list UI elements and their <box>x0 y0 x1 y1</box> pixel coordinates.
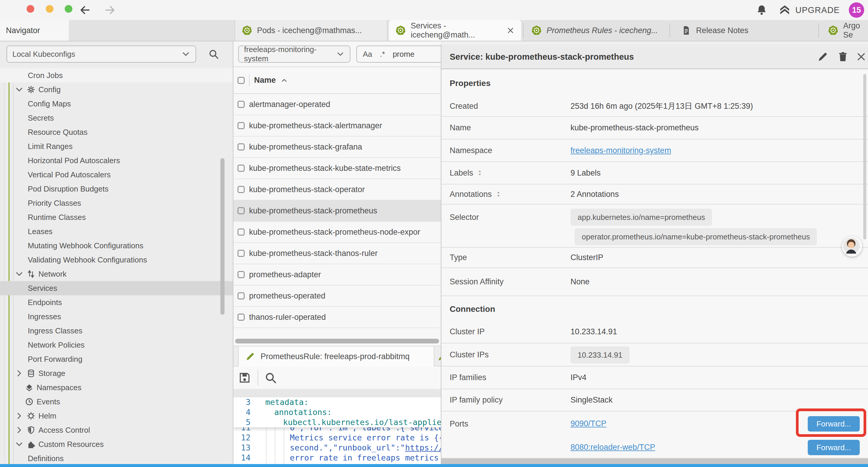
sidebar-item-namespaces[interactable]: Namespaces <box>0 380 233 395</box>
sidebar-search-icon[interactable] <box>208 49 219 60</box>
name-column-header[interactable]: Name <box>254 76 276 85</box>
yaml-editor[interactable]: 11 0","for":"1m","labels":{"service":" 1… <box>234 397 441 467</box>
table-row[interactable]: kube-prometheus-stack-prometheus-node-ex… <box>234 222 441 243</box>
edit-pencil-icon[interactable] <box>817 51 829 62</box>
table-row[interactable]: thanos-ruler-operated <box>234 307 441 328</box>
sidebar-item-validating-webhook-configurations[interactable]: Validating Webhook Configurations <box>0 253 233 267</box>
port-link-8080[interactable]: 8080:reloader-web/TCP <box>570 443 655 452</box>
row-checkbox[interactable] <box>238 229 245 236</box>
upgrade-button[interactable]: UPGRADE <box>795 5 840 15</box>
table-row[interactable]: kube-prometheus-stack-operator <box>234 179 441 200</box>
sidebar-item-pod-disruption-budgets[interactable]: Pod Disruption Budgets <box>0 182 233 196</box>
sidebar-group-network[interactable]: Network <box>0 267 233 281</box>
match-case-icon[interactable]: Aa <box>363 50 372 59</box>
horizontal-scrollbar[interactable] <box>235 339 439 344</box>
row-checkbox[interactable] <box>238 292 245 299</box>
sidebar-item-leases[interactable]: Leases <box>0 224 233 238</box>
tab-argo[interactable]: Argo Se <box>828 20 868 41</box>
row-checkbox[interactable] <box>238 143 245 150</box>
table-row[interactable]: prometheus-adapter <box>234 264 441 286</box>
sidebar-item-events[interactable]: Events <box>0 395 233 409</box>
row-checkbox[interactable] <box>238 271 245 278</box>
forward-port-button[interactable]: Forward... <box>808 440 860 455</box>
sidebar-item-secrets[interactable]: Secrets <box>0 111 233 125</box>
sidebar-item-config-maps[interactable]: Config Maps <box>0 97 233 111</box>
row-checkbox[interactable] <box>238 250 245 257</box>
row-checkbox[interactable] <box>238 122 245 129</box>
tab-prometheus-rules[interactable]: Prometheus Rules - icecheng... <box>531 20 658 41</box>
row-checkbox[interactable] <box>238 101 245 108</box>
notifications-bell-icon[interactable] <box>756 4 768 16</box>
sidebar-item-runtime-classes[interactable]: Runtime Classes <box>0 210 233 224</box>
chevron-right-icon[interactable] <box>15 411 24 420</box>
navigator-tab[interactable]: Navigator <box>0 20 69 41</box>
row-checkbox[interactable] <box>238 314 245 321</box>
kubeconfig-select[interactable]: Local Kubeconfigs <box>6 46 196 63</box>
forward-port-button[interactable]: Forward... <box>808 416 860 432</box>
panel-horizontal-scrollbar[interactable] <box>441 458 868 465</box>
chevron-right-icon[interactable] <box>15 369 24 378</box>
sidebar-item-services[interactable]: Services <box>0 281 233 295</box>
notification-badge[interactable]: 15 <box>849 2 864 18</box>
table-row[interactable]: kube-prometheus-stack-alertmanager <box>234 115 441 137</box>
sidebar-scrollbar[interactable] <box>220 158 224 315</box>
sidebar-item-ingresses[interactable]: Ingresses <box>0 310 233 324</box>
upgrade-icon[interactable] <box>779 4 790 16</box>
sidebar-group-custom-resources[interactable]: Custom Resources <box>0 437 233 451</box>
sidebar-item-cron-jobs[interactable]: Cron Jobs <box>0 68 233 83</box>
row-checkbox[interactable] <box>238 165 245 172</box>
sort-updown-icon[interactable] <box>495 191 502 198</box>
runbook-url-link[interactable]: https://net <box>405 443 441 452</box>
user-avatar[interactable] <box>842 236 862 257</box>
save-icon[interactable] <box>238 371 251 384</box>
selector-chip[interactable]: app.kubernetes.io/name=prometheus <box>570 209 712 226</box>
sidebar-item-endpoints[interactable]: Endpoints <box>0 295 233 310</box>
traffic-light-minimize[interactable] <box>46 5 54 13</box>
forward-arrow-icon[interactable] <box>104 4 116 16</box>
tab-release-notes[interactable]: Release Notes <box>681 20 748 41</box>
table-row[interactable]: prometheus-operated <box>234 286 441 307</box>
sidebar-item-port-forwarding[interactable]: Port Forwarding <box>0 352 233 366</box>
sidebar-group-helm[interactable]: Helm <box>0 409 233 423</box>
sidebar-item-definitions[interactable]: Definitions <box>0 451 233 466</box>
port-link-9090[interactable]: 9090/TCP <box>570 419 607 428</box>
select-all-checkbox[interactable] <box>238 77 245 84</box>
namespace-link[interactable]: freeleaps-monitoring-system <box>570 146 671 155</box>
chevron-down-icon[interactable] <box>15 440 24 449</box>
back-arrow-icon[interactable] <box>79 4 91 16</box>
editor-tab-prometheusrule[interactable]: PrometheusRule: freeleaps-prod-rabbitmq <box>238 346 434 367</box>
table-row[interactable]: kube-prometheus-stack-kube-state-metrics <box>234 158 441 179</box>
sidebar-item-network-policies[interactable]: Network Policies <box>0 338 233 352</box>
row-checkbox[interactable] <box>238 186 245 193</box>
delete-trash-icon[interactable] <box>837 51 848 62</box>
regex-icon[interactable]: .* <box>380 50 385 59</box>
selector-chip[interactable]: operator.prometheus.io/name=kube-prometh… <box>575 228 817 245</box>
chevron-down-icon[interactable] <box>15 269 24 279</box>
tab-pods[interactable]: Pods - icecheng@mathmas... <box>235 20 388 41</box>
sidebar-item-priority-classes[interactable]: Priority Classes <box>0 196 233 210</box>
sidebar-group-config[interactable]: Config <box>0 83 233 97</box>
sidebar-item-ingress-classes[interactable]: Ingress Classes <box>0 324 233 338</box>
sort-updown-icon[interactable] <box>476 169 483 176</box>
sort-ascending-icon[interactable] <box>280 77 288 84</box>
cluster-ip-chip[interactable]: 10.233.14.91 <box>570 346 629 363</box>
traffic-light-close[interactable] <box>27 5 34 13</box>
table-row-selected[interactable]: kube-prometheus-stack-prometheus <box>234 200 441 222</box>
sidebar-item-mutating-webhook-configurations[interactable]: Mutating Webhook Configurations <box>0 238 233 253</box>
close-tab-icon[interactable] <box>506 26 515 35</box>
table-row[interactable]: kube-prometheus-stack-grafana <box>234 137 441 158</box>
sidebar-group-storage[interactable]: Storage <box>0 366 233 380</box>
close-panel-icon[interactable] <box>856 51 867 62</box>
table-filter-input[interactable]: Aa .* prome <box>356 46 441 63</box>
sidebar-item-vertical-pod-autoscalers[interactable]: Vertical Pod Autoscalers <box>0 168 233 182</box>
chevron-right-icon[interactable] <box>15 426 24 435</box>
editor-search-icon[interactable] <box>264 371 277 384</box>
sidebar-group-access-control[interactable]: Access Control <box>0 423 233 437</box>
sidebar-item-resource-quotas[interactable]: Resource Quotas <box>0 125 233 139</box>
row-checkbox[interactable] <box>238 207 245 214</box>
chevron-down-icon[interactable] <box>15 85 24 94</box>
traffic-light-zoom[interactable] <box>65 5 72 13</box>
sidebar-item-horizontal-pod-autoscalers[interactable]: Horizontal Pod Autoscalers <box>0 153 233 168</box>
table-row[interactable]: alertmanager-operated <box>234 94 441 115</box>
sidebar-item-limit-ranges[interactable]: Limit Ranges <box>0 139 233 153</box>
